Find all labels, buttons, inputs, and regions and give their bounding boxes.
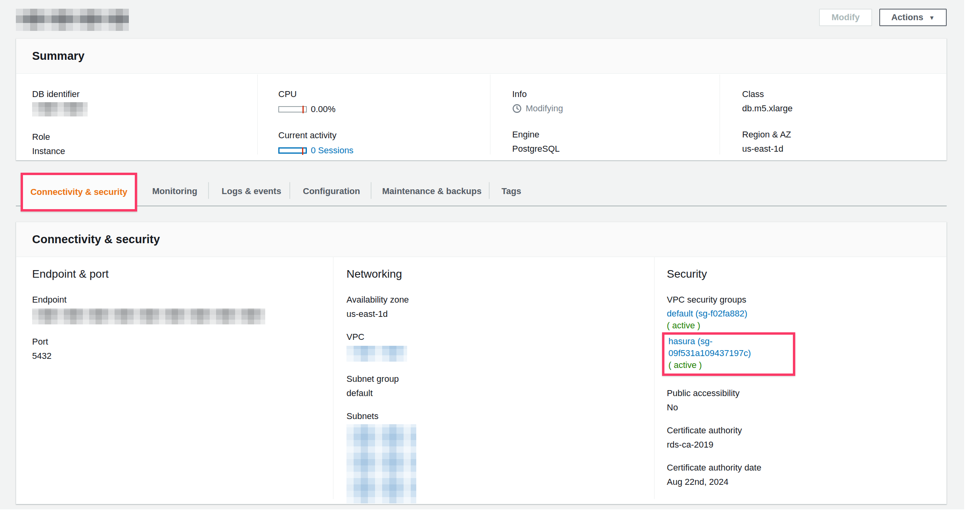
tab-tags[interactable]: Tags	[501, 186, 521, 196]
tab-logs-events[interactable]: Logs & events	[222, 186, 281, 196]
role-value: Instance	[32, 146, 257, 157]
certificate-authority-date-label: Certificate authority date	[667, 462, 947, 473]
region-az-label: Region & AZ	[742, 129, 947, 140]
engine-value: PostgreSQL	[512, 143, 720, 154]
db-identifier-field: DB identifier	[32, 89, 257, 116]
sessions-link[interactable]: 0 Sessions	[311, 145, 354, 156]
sessions-gauge-tick	[302, 147, 303, 155]
tab-configuration[interactable]: Configuration	[303, 186, 360, 196]
caret-down-icon: ▼	[929, 15, 935, 21]
db-identifier-value-redacted	[32, 102, 88, 116]
endpoint-field: Endpoint	[32, 294, 333, 324]
tab-divider	[208, 182, 209, 199]
clock-icon	[512, 104, 522, 113]
info-status-row: Modifying	[512, 103, 720, 114]
summary-title: Summary	[32, 50, 84, 63]
connectivity-panel-title: Connectivity & security	[32, 233, 160, 246]
security-group-link-hasura[interactable]: hasura (sg-09f531a109437197c)	[668, 335, 789, 359]
certificate-authority-label: Certificate authority	[667, 425, 947, 436]
endpoint-port-section: Endpoint & port Endpoint Port 5432	[16, 257, 333, 499]
region-az-field: Region & AZ us-east-1d	[742, 129, 947, 154]
tab-bar-underline	[16, 206, 947, 206]
connectivity-panel-header: Connectivity & security	[16, 222, 946, 257]
cpu-gauge-row: 0.00%	[278, 104, 490, 115]
endpoint-port-heading: Endpoint & port	[32, 267, 333, 281]
rds-instance-detail-screen: Modify Actions ▼ Summary DB identifier R…	[0, 0, 980, 526]
engine-field: Engine PostgreSQL	[512, 129, 720, 154]
subnet-group-field: Subnet group default	[346, 374, 654, 399]
subnet-group-value: default	[346, 388, 654, 399]
summary-panel-header: Summary	[16, 39, 946, 74]
subnets-field: Subnets	[346, 411, 654, 503]
tab-maintenance-backups[interactable]: Maintenance & backups	[382, 186, 482, 196]
info-value: Modifying	[526, 103, 563, 114]
security-heading: Security	[667, 267, 947, 281]
summary-column-status: Info Modifying Engine PostgreSQL	[490, 74, 720, 154]
certificate-authority-value: rds-ca-2019	[667, 439, 947, 450]
security-group-status: ( active )	[668, 359, 789, 371]
tab-monitoring[interactable]: Monitoring	[152, 186, 197, 196]
current-activity-label: Current activity	[278, 130, 490, 141]
public-accessibility-label: Public accessibility	[667, 388, 947, 399]
public-accessibility-value: No	[667, 402, 947, 413]
cpu-value: 0.00%	[311, 104, 335, 115]
tab-divider	[489, 182, 490, 199]
vpc-security-groups-field: VPC security groups default (sg-f02fa882…	[667, 294, 947, 376]
port-field: Port 5432	[32, 336, 333, 362]
tab-divider	[289, 182, 290, 199]
certificate-authority-field: Certificate authority rds-ca-2019	[667, 425, 947, 450]
cpu-field: CPU 0.00%	[278, 89, 490, 115]
region-az-value: us-east-1d	[742, 143, 947, 154]
availability-zone-value: us-east-1d	[346, 309, 654, 320]
security-section: Security VPC security groups default (sg…	[654, 257, 947, 499]
sessions-gauge	[278, 147, 307, 154]
modify-button[interactable]: Modify	[819, 9, 872, 26]
public-accessibility-field: Public accessibility No	[667, 388, 947, 413]
networking-section: Networking Availability zone us-east-1d …	[333, 257, 654, 499]
vpc-security-groups-label: VPC security groups	[667, 294, 947, 305]
console-content-area: Modify Actions ▼ Summary DB identifier R…	[0, 0, 964, 509]
summary-column-identity: DB identifier Role Instance	[16, 74, 257, 154]
security-group-link-default[interactable]: default (sg-f02fa882)	[667, 308, 947, 320]
cpu-gauge	[278, 106, 307, 112]
tab-divider	[371, 182, 371, 199]
summary-column-metrics: CPU 0.00% Current activity 0 Sessions	[257, 74, 490, 154]
engine-label: Engine	[512, 129, 720, 140]
actions-button-label: Actions	[891, 12, 923, 23]
actions-button[interactable]: Actions ▼	[879, 9, 947, 26]
networking-heading: Networking	[346, 267, 654, 281]
cpu-gauge-tick	[302, 106, 304, 113]
tab-connectivity-security-highlight[interactable]: Connectivity & security	[21, 173, 137, 212]
endpoint-label: Endpoint	[32, 294, 333, 305]
availability-zone-field: Availability zone us-east-1d	[346, 294, 654, 320]
subnets-values-redacted-links[interactable]	[346, 424, 416, 503]
port-value: 5432	[32, 351, 333, 362]
summary-column-class: Class db.m5.xlarge Region & AZ us-east-1…	[720, 74, 947, 154]
security-group-item: default (sg-f02fa882) ( active )	[667, 308, 947, 332]
security-group-item-highlighted: hasura (sg-09f531a109437197c) ( active )	[662, 332, 795, 376]
port-label: Port	[32, 336, 333, 347]
vpc-field: VPC	[346, 332, 654, 362]
current-activity-field: Current activity 0 Sessions	[278, 130, 490, 156]
role-label: Role	[32, 132, 257, 143]
class-label: Class	[742, 89, 947, 100]
security-group-status: ( active )	[667, 320, 947, 332]
vpc-label: VPC	[346, 332, 654, 343]
summary-panel: Summary DB identifier Role Instance CPU	[16, 38, 947, 160]
db-identifier-label: DB identifier	[32, 89, 257, 100]
class-field: Class db.m5.xlarge	[742, 89, 947, 114]
subnets-label: Subnets	[346, 411, 654, 422]
certificate-authority-date-field: Certificate authority date Aug 22nd, 202…	[667, 462, 947, 488]
connectivity-security-panel: Connectivity & security Endpoint & port …	[16, 222, 947, 504]
activity-gauge-row: 0 Sessions	[278, 145, 490, 156]
certificate-authority-date-value: Aug 22nd, 2024	[667, 476, 947, 488]
cpu-label: CPU	[278, 89, 490, 100]
modify-button-label: Modify	[832, 12, 860, 23]
role-field: Role Instance	[32, 132, 257, 157]
class-value: db.m5.xlarge	[742, 103, 947, 114]
tab-connectivity-security[interactable]: Connectivity & security	[31, 187, 128, 197]
vpc-value-redacted-link[interactable]	[346, 346, 407, 362]
info-label: Info	[512, 89, 720, 100]
availability-zone-label: Availability zone	[346, 294, 654, 305]
subnet-group-label: Subnet group	[346, 374, 654, 385]
